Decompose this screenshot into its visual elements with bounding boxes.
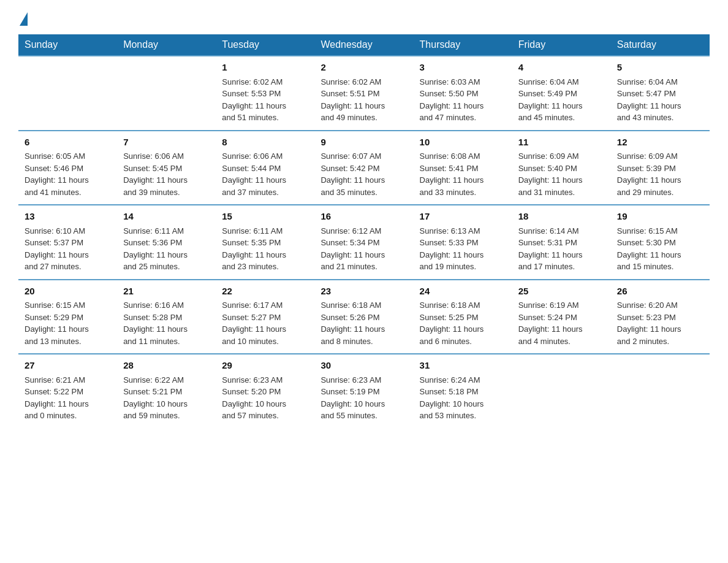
day-info-line: Sunrise: 6:21 AM xyxy=(25,374,111,386)
day-info-line: Sunset: 5:41 PM xyxy=(420,163,506,175)
day-info-line: and 53 minutes. xyxy=(420,410,506,422)
day-info-line: Daylight: 11 hours xyxy=(25,174,111,186)
calendar-cell: 11Sunrise: 6:09 AMSunset: 5:40 PMDayligh… xyxy=(512,131,611,205)
day-info-line: Sunset: 5:53 PM xyxy=(222,88,308,100)
day-number: 15 xyxy=(222,210,308,224)
page-header xyxy=(18,12,710,28)
day-info-line: and 29 minutes. xyxy=(617,186,703,199)
day-info-line: Sunset: 5:46 PM xyxy=(25,163,111,175)
day-info-line: Daylight: 11 hours xyxy=(320,249,407,261)
calendar-cell: 3Sunrise: 6:03 AMSunset: 5:50 PMDaylight… xyxy=(414,56,512,131)
day-info-line: Daylight: 11 hours xyxy=(617,323,703,335)
calendar-cell: 15Sunrise: 6:11 AMSunset: 5:35 PMDayligh… xyxy=(216,205,314,280)
day-info-line: Daylight: 11 hours xyxy=(420,174,506,186)
day-info-line: Sunrise: 6:07 AM xyxy=(320,150,407,163)
logo-triangle-icon xyxy=(20,12,28,26)
day-info-line: Sunrise: 6:04 AM xyxy=(617,76,703,88)
weekday-header-tuesday: Tuesday xyxy=(216,34,314,56)
day-info-line: and 45 minutes. xyxy=(518,112,605,124)
day-info-line: Sunset: 5:47 PM xyxy=(617,88,703,100)
day-number: 20 xyxy=(25,285,111,299)
day-info-line: Daylight: 10 hours xyxy=(420,398,506,410)
day-info-line: Sunrise: 6:02 AM xyxy=(320,76,407,88)
calendar-cell: 28Sunrise: 6:22 AMSunset: 5:21 PMDayligh… xyxy=(117,354,216,428)
day-number: 10 xyxy=(420,136,506,150)
day-info-line: Sunrise: 6:23 AM xyxy=(222,374,308,386)
day-number: 22 xyxy=(222,285,308,299)
day-info-line: Daylight: 11 hours xyxy=(222,174,308,186)
day-info-line: Sunset: 5:19 PM xyxy=(320,386,407,398)
day-info-line: Daylight: 11 hours xyxy=(518,323,605,335)
day-info-line: Daylight: 10 hours xyxy=(222,398,308,410)
day-info-line: and 6 minutes. xyxy=(420,335,506,348)
calendar-cell: 4Sunrise: 6:04 AMSunset: 5:49 PMDaylight… xyxy=(512,56,611,131)
day-number: 21 xyxy=(123,285,210,299)
day-info-line: and 31 minutes. xyxy=(518,186,605,199)
day-number: 3 xyxy=(420,61,506,75)
day-info-line: Sunset: 5:18 PM xyxy=(420,386,506,398)
day-info-line: Sunrise: 6:12 AM xyxy=(320,225,407,237)
day-number: 5 xyxy=(617,61,703,75)
calendar-week-4: 20Sunrise: 6:15 AMSunset: 5:29 PMDayligh… xyxy=(18,280,710,354)
day-info-line: and 11 minutes. xyxy=(123,335,210,348)
day-info-line: Sunset: 5:36 PM xyxy=(123,237,210,249)
day-info-line: Sunrise: 6:09 AM xyxy=(617,150,703,163)
day-number: 1 xyxy=(222,61,308,75)
day-info-line: Daylight: 11 hours xyxy=(617,100,703,112)
day-number: 18 xyxy=(518,210,605,224)
day-info-line: Daylight: 11 hours xyxy=(320,323,407,335)
day-info-line: and 55 minutes. xyxy=(320,410,407,422)
day-number: 13 xyxy=(25,210,111,224)
day-info-line: Daylight: 11 hours xyxy=(222,323,308,335)
day-info-line: Daylight: 11 hours xyxy=(320,174,407,186)
day-info-line: Daylight: 11 hours xyxy=(123,323,210,335)
day-info-line: Daylight: 11 hours xyxy=(123,249,210,261)
day-info-line: and 39 minutes. xyxy=(123,186,210,199)
calendar-cell: 10Sunrise: 6:08 AMSunset: 5:41 PMDayligh… xyxy=(414,131,512,205)
calendar-cell: 18Sunrise: 6:14 AMSunset: 5:31 PMDayligh… xyxy=(512,205,611,280)
day-info-line: Sunrise: 6:18 AM xyxy=(320,299,407,312)
day-info-line: and 4 minutes. xyxy=(518,335,605,348)
day-info-line: Sunset: 5:30 PM xyxy=(617,237,703,249)
day-info-line: and 47 minutes. xyxy=(420,112,506,124)
day-info-line: and 10 minutes. xyxy=(222,335,308,348)
day-info-line: Sunset: 5:24 PM xyxy=(518,312,605,324)
calendar-cell xyxy=(18,56,117,131)
day-info-line: Daylight: 11 hours xyxy=(25,323,111,335)
day-number: 4 xyxy=(518,61,605,75)
day-info-line: Sunrise: 6:17 AM xyxy=(222,299,308,312)
day-info-line: Sunrise: 6:24 AM xyxy=(420,374,506,386)
day-info-line: Sunrise: 6:03 AM xyxy=(420,76,506,88)
day-info-line: Daylight: 10 hours xyxy=(320,398,407,410)
day-info-line: Sunset: 5:39 PM xyxy=(617,163,703,175)
day-info-line: and 43 minutes. xyxy=(617,112,703,124)
day-info-line: Daylight: 11 hours xyxy=(25,398,111,410)
calendar-cell: 14Sunrise: 6:11 AMSunset: 5:36 PMDayligh… xyxy=(117,205,216,280)
day-info-line: Sunset: 5:51 PM xyxy=(320,88,407,100)
day-number: 26 xyxy=(617,285,703,299)
day-info-line: Sunrise: 6:19 AM xyxy=(518,299,605,312)
calendar-week-2: 6Sunrise: 6:05 AMSunset: 5:46 PMDaylight… xyxy=(18,131,710,205)
day-number: 31 xyxy=(420,359,506,373)
day-info-line: Sunset: 5:20 PM xyxy=(222,386,308,398)
calendar-cell: 30Sunrise: 6:23 AMSunset: 5:19 PMDayligh… xyxy=(314,354,413,428)
day-info-line: Sunset: 5:27 PM xyxy=(222,312,308,324)
day-info-line: and 25 minutes. xyxy=(123,261,210,273)
day-info-line: and 51 minutes. xyxy=(222,112,308,124)
day-number: 8 xyxy=(222,136,308,150)
calendar-week-1: 1Sunrise: 6:02 AMSunset: 5:53 PMDaylight… xyxy=(18,56,710,131)
day-number: 12 xyxy=(617,136,703,150)
day-info-line: and 21 minutes. xyxy=(320,261,407,273)
day-info-line: and 8 minutes. xyxy=(320,335,407,348)
calendar-cell: 19Sunrise: 6:15 AMSunset: 5:30 PMDayligh… xyxy=(611,205,710,280)
weekday-header-thursday: Thursday xyxy=(414,34,512,56)
day-info-line: and 33 minutes. xyxy=(420,186,506,199)
day-info-line: Sunrise: 6:11 AM xyxy=(123,225,210,237)
day-info-line: Daylight: 11 hours xyxy=(420,100,506,112)
day-info-line: Sunrise: 6:15 AM xyxy=(25,299,111,312)
calendar-cell xyxy=(512,354,611,428)
day-info-line: Sunset: 5:37 PM xyxy=(25,237,111,249)
weekday-header-monday: Monday xyxy=(117,34,216,56)
calendar-cell: 16Sunrise: 6:12 AMSunset: 5:34 PMDayligh… xyxy=(314,205,413,280)
day-info-line: Daylight: 10 hours xyxy=(123,398,210,410)
